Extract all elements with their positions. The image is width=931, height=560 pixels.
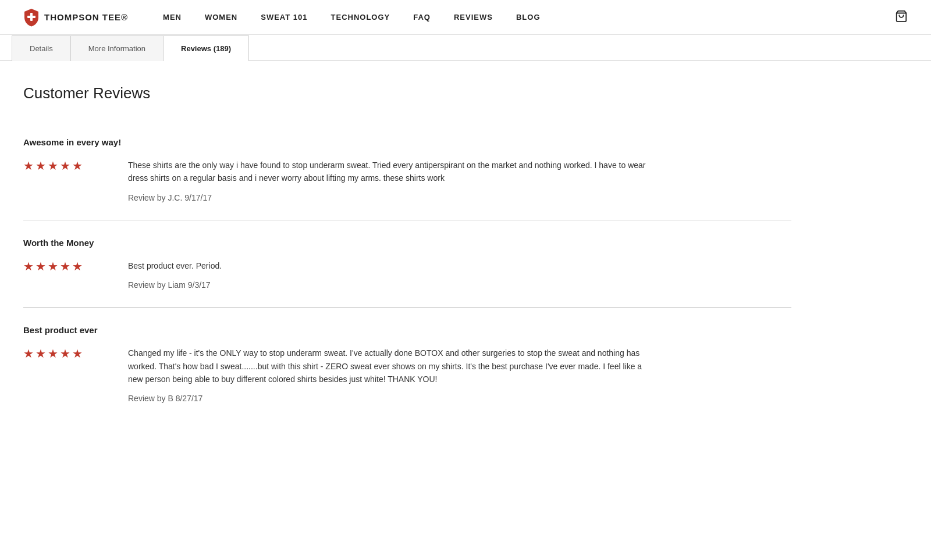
star-5: ★: [72, 347, 83, 361]
review-3-stars: ★ ★ ★ ★ ★: [23, 347, 93, 361]
svg-rect-1: [27, 16, 35, 18]
review-1-content: These shirts are the only way i have fou…: [128, 159, 652, 202]
site-header: Thompson Tee® MEN WOMEN SWEAT 101 TECHNO…: [0, 0, 931, 35]
nav-faq[interactable]: FAQ: [413, 13, 431, 22]
main-nav: MEN WOMEN SWEAT 101 TECHNOLOGY FAQ REVIE…: [163, 13, 895, 22]
star-5: ★: [72, 159, 83, 173]
review-1-text: These shirts are the only way i have fou…: [128, 159, 652, 185]
review-item: Worth the Money ★ ★ ★ ★ ★ Best product e…: [23, 220, 791, 308]
cart-icon[interactable]: [895, 10, 908, 24]
star-2: ★: [35, 347, 46, 361]
nav-technology[interactable]: TECHNOLOGY: [331, 13, 390, 22]
tab-reviews[interactable]: Reviews (189): [163, 35, 249, 61]
star-3: ★: [48, 347, 58, 361]
star-4: ★: [60, 159, 70, 173]
review-2-body: ★ ★ ★ ★ ★ Best product ever. Period. Rev…: [23, 259, 791, 290]
star-5: ★: [72, 259, 83, 273]
review-3-body: ★ ★ ★ ★ ★ Changed my life - it's the ONL…: [23, 347, 791, 403]
star-2: ★: [35, 259, 46, 273]
product-tabs: Details More Information Reviews (189): [0, 35, 931, 61]
review-3-attribution: Review by B 8/27/17: [128, 394, 652, 403]
nav-reviews[interactable]: REVIEWS: [454, 13, 493, 22]
review-2-attribution: Review by Liam 9/3/17: [128, 280, 222, 290]
nav-blog[interactable]: BLOG: [516, 13, 541, 22]
review-2-content: Best product ever. Period. Review by Lia…: [128, 259, 222, 290]
star-1: ★: [23, 347, 34, 361]
review-1-body: ★ ★ ★ ★ ★ These shirts are the only way …: [23, 159, 791, 202]
review-2-text: Best product ever. Period.: [128, 259, 222, 272]
logo[interactable]: Thompson Tee®: [23, 8, 128, 27]
nav-sweat101[interactable]: SWEAT 101: [261, 13, 307, 22]
star-2: ★: [35, 159, 46, 173]
reviews-content: Customer Reviews Awesome in every way! ★…: [0, 61, 815, 444]
nav-women[interactable]: WOMEN: [205, 13, 237, 22]
star-1: ★: [23, 259, 34, 273]
tab-more-information[interactable]: More Information: [70, 35, 164, 61]
star-1: ★: [23, 159, 34, 173]
star-4: ★: [60, 347, 70, 361]
review-3-title: Best product ever: [23, 325, 791, 335]
review-item: Best product ever ★ ★ ★ ★ ★ Changed my l…: [23, 308, 791, 420]
logo-text: Thompson Tee®: [44, 12, 128, 22]
review-3-text: Changed my life - it's the ONLY way to s…: [128, 347, 652, 386]
tab-details[interactable]: Details: [12, 35, 71, 61]
star-3: ★: [48, 259, 58, 273]
review-3-content: Changed my life - it's the ONLY way to s…: [128, 347, 652, 403]
review-1-title: Awesome in every way!: [23, 137, 791, 147]
review-item: Awesome in every way! ★ ★ ★ ★ ★ These sh…: [23, 120, 791, 220]
star-3: ★: [48, 159, 58, 173]
logo-shield-icon: [23, 8, 40, 27]
review-2-title: Worth the Money: [23, 238, 791, 248]
star-4: ★: [60, 259, 70, 273]
review-1-attribution: Review by J.C. 9/17/17: [128, 193, 652, 202]
nav-men[interactable]: MEN: [163, 13, 182, 22]
review-1-stars: ★ ★ ★ ★ ★: [23, 159, 93, 173]
reviews-title: Customer Reviews: [23, 84, 791, 102]
review-2-stars: ★ ★ ★ ★ ★: [23, 259, 93, 273]
